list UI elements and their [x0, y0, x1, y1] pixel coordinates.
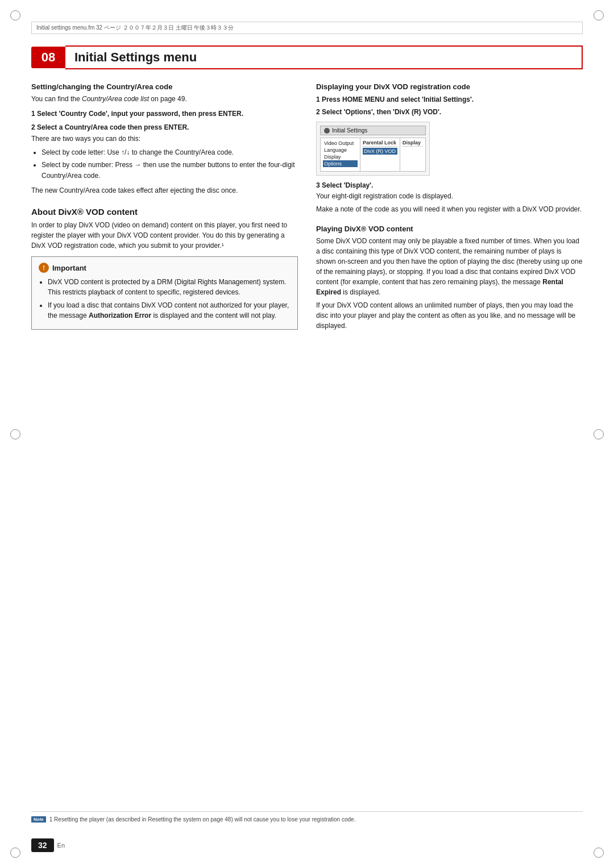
ss-item-display: Display [323, 153, 358, 160]
ss-item-language: Language [323, 147, 358, 153]
ss-col3: Display [400, 138, 425, 171]
important-box: ! Important DivX VOD content is protecte… [31, 256, 298, 330]
settings-screenshot: Initial Settings Video Output Language D… [316, 122, 430, 176]
auth-error-bold: Authorization Error [89, 312, 151, 319]
chapter-header: 08 Initial Settings menu [31, 45, 583, 69]
step3-note: Make a note of the code as you will need… [316, 204, 583, 214]
bullet-list: Select by code letter: Use ↑/↓ to change… [31, 147, 298, 182]
ss-col1: Video Output Language Display Options [321, 138, 360, 171]
ss-col3-header: Display [403, 140, 423, 147]
playing-heading: Playing DivX® VOD content [316, 225, 583, 233]
corner-mark-br [594, 848, 604, 858]
bottom-note-area: Note 1 Resetting the player (as describe… [31, 811, 583, 823]
left-column: Setting/changing the Country/Area code Y… [31, 82, 298, 800]
important-icon: ! [39, 263, 49, 273]
ss-item-video-output: Video Output [323, 140, 358, 147]
chapter-title: Initial Settings menu [65, 45, 583, 69]
file-info-text: Initial settings menu.fm 32 ページ ２００７年２月３… [36, 24, 234, 31]
step2-note: The new Country/Area code takes effect a… [31, 185, 298, 196]
main-content: Setting/changing the Country/Area code Y… [31, 82, 583, 823]
step3-heading: 3 Select 'Display'. [316, 181, 583, 189]
playing-text1: Some DivX VOD content may only be playab… [316, 236, 583, 297]
ss-col2: Parental Lock DivX (R) VOD [360, 138, 400, 171]
ss-title-bar: Initial Settings [320, 126, 426, 135]
columns: Setting/changing the Country/Area code Y… [31, 82, 583, 800]
corner-mark-ml [10, 429, 20, 439]
about-divx-heading: About DivX® VOD content [31, 207, 298, 217]
corner-mark-tr [594, 10, 604, 20]
step2-heading: 2 Select a Country/Area code then press … [31, 123, 298, 131]
right-column: Displaying your DivX VOD registration co… [316, 82, 583, 800]
right-step2-heading: 2 Select 'Options', then 'DivX (R) VOD'. [316, 108, 583, 116]
important-bullet-2: If you load a disc that contains DivX VO… [48, 300, 291, 321]
playing-text2: If your DivX VOD content allows an unlim… [316, 300, 583, 331]
corner-mark-bl [10, 848, 20, 858]
note-text: 1 Resetting the player (as described in … [49, 816, 356, 823]
display-heading: Displaying your DivX VOD registration co… [316, 82, 583, 91]
page-number: 32 [31, 838, 54, 852]
important-bullet-1: DivX VOD content is protected by a DRM (… [48, 277, 291, 297]
page-footer: 32 En [31, 838, 583, 852]
corner-mark-mr [594, 429, 604, 439]
corner-mark-tl [10, 10, 20, 20]
right-step1-heading: 1 Press HOME MENU and select 'Initial Se… [316, 95, 583, 103]
ss-icon [324, 128, 330, 134]
important-list: DivX VOD content is protected by a DRM (… [39, 277, 291, 321]
note-icon: Note [31, 816, 46, 823]
ss-item-options: Options [323, 160, 358, 167]
important-label: Important [52, 263, 86, 274]
file-info-bar: Initial settings menu.fm 32 ページ ２００７年２月３… [31, 22, 583, 34]
ss-item-divx-vod: DivX (R) VOD [363, 148, 397, 155]
step1-heading: 1 Select 'Country Code', input your pass… [31, 110, 298, 118]
ss-title: Initial Settings [332, 127, 367, 134]
section1-heading: Setting/changing the Country/Area code [31, 82, 298, 91]
about-text: In order to play DivX VOD (video on dema… [31, 220, 298, 251]
step3-text: Your eight-digit registration code is di… [316, 191, 583, 201]
page-lang: En [57, 842, 65, 849]
ss-col2-header: Parental Lock [363, 140, 397, 147]
section1-intro: You can find the Country/Area code list … [31, 94, 298, 104]
rental-expired-bold: Rental Expired [316, 278, 563, 296]
code-list-italic: Country/Area code list [82, 95, 149, 103]
bullet-2: Select by code number: Press → then use … [42, 160, 298, 181]
chapter-number: 08 [31, 47, 65, 68]
bullet-1: Select by code letter: Use ↑/↓ to change… [42, 147, 298, 158]
step2-intro: There are two ways you can do this: [31, 134, 298, 144]
important-title: ! Important [39, 263, 291, 274]
ss-body: Video Output Language Display Options Pa… [320, 138, 426, 172]
